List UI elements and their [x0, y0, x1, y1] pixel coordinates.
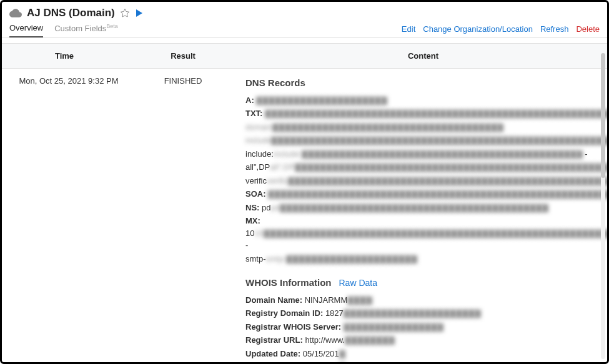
whois-domain-name: Domain Name: NINJARMM▇▇▇▇: [245, 294, 607, 307]
star-icon[interactable]: [120, 8, 130, 18]
tabs: Overview Custom FieldsBeta: [9, 23, 118, 37]
cell-content: DNS Records A: ▇▇▇▇▇▇▇▇▇▇▇▇▇▇▇▇▇▇▇▇▇ TXT…: [239, 69, 607, 364]
tab-overview[interactable]: Overview: [9, 23, 43, 37]
dns-txt-record: TXT: ▇▇▇▇▇▇▇▇▇▇▇▇▇▇▇▇▇▇▇▇▇▇▇▇▇▇▇▇▇▇▇▇▇▇▇…: [245, 107, 607, 120]
table-row: Mon, Oct 25, 2021 9:32 PM FINISHED DNS R…: [2, 69, 607, 364]
play-icon[interactable]: [136, 9, 142, 17]
page-header: AJ DNS (Domain) Overview Custom FieldsBe…: [2, 2, 607, 37]
whois-creation: Creation Date: 09/14/201▇: [245, 361, 607, 364]
cell-result: FINISHED: [127, 69, 239, 93]
change-org-link[interactable]: Change Organization/Location: [423, 24, 533, 34]
header-actions: Edit Change Organization/Location Refres…: [402, 24, 600, 37]
raw-data-link[interactable]: Raw Data: [339, 277, 377, 290]
scrollbar-thumb[interactable]: [601, 53, 605, 178]
th-result: Result: [127, 44, 239, 68]
whois-updated: Updated Date: 05/15/201▇: [245, 348, 607, 360]
cloud-icon: [9, 7, 22, 19]
dns-records-title: DNS Records: [245, 76, 607, 91]
dns-mx-record: MX: 1010▇▇▇▇▇▇▇▇▇▇▇▇▇▇▇▇▇▇▇▇▇▇▇▇▇▇▇▇▇▇▇▇…: [245, 215, 607, 252]
dns-a-record: A: ▇▇▇▇▇▇▇▇▇▇▇▇▇▇▇▇▇▇▇▇▇: [245, 94, 607, 107]
page-title: AJ DNS (Domain): [27, 7, 115, 19]
header-divider: [2, 37, 607, 38]
dns-soa-record: SOA: ▇▇▇▇▇▇▇▇▇▇▇▇▇▇▇▇▇▇▇▇▇▇▇▇▇▇▇▇▇▇▇▇▇▇▇…: [245, 188, 607, 200]
tab-custom-fields[interactable]: Custom FieldsBeta: [54, 23, 118, 37]
cell-time: Mon, Oct 25, 2021 9:32 PM: [2, 69, 127, 93]
th-time: Time: [2, 44, 127, 68]
results-table: Time Result Content Mon, Oct 25, 2021 9:…: [2, 43, 607, 364]
table-header: Time Result Content: [2, 43, 607, 69]
whois-server: Registrar WHOIS Server: ▇▇▇▇▇▇▇▇▇▇▇▇▇▇▇▇: [245, 321, 607, 333]
edit-link[interactable]: Edit: [402, 24, 415, 34]
whois-registry-id: Registry Domain ID: 1827▇▇▇▇▇▇▇▇▇▇▇▇▇▇▇▇…: [245, 307, 607, 320]
dns-ns-record: NS: pdpd▇▇▇▇▇▇▇▇▇▇▇▇▇▇▇▇▇▇▇▇▇▇▇▇▇▇▇▇▇▇▇▇…: [245, 202, 607, 214]
delete-link[interactable]: Delete: [576, 24, 600, 34]
th-content: Content: [239, 44, 607, 68]
refresh-link[interactable]: Refresh: [540, 24, 569, 34]
whois-title: WHOIS Information: [245, 276, 332, 290]
whois-registrar-url: Registrar URL: http://www.▇▇▇▇▇▇▇▇: [245, 334, 607, 347]
